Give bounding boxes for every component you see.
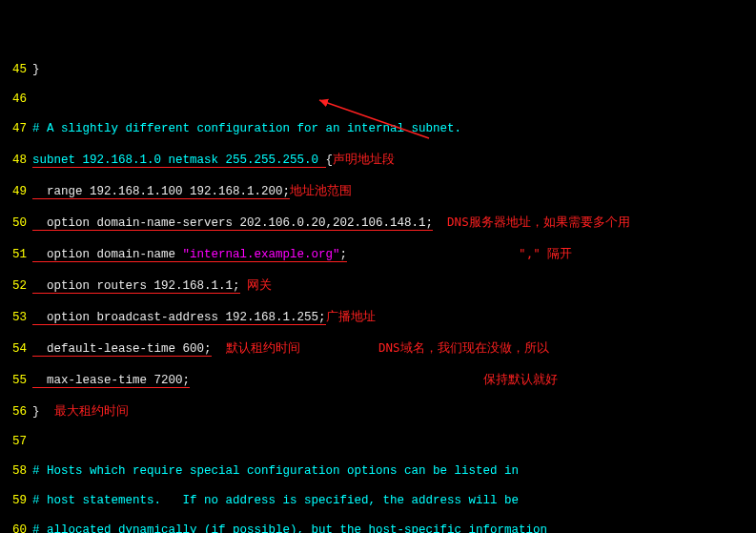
code-line: 48subnet 192.168.1.0 netmask 255.255.255… (6, 152, 750, 169)
code-line: 46 (6, 92, 750, 108)
code-line: 52 option routers 192.168.1.1; 网关 (6, 277, 750, 295)
line-number: 45 (6, 63, 27, 78)
annotation: 保持默认就好 (483, 372, 558, 386)
code-line: 60# allocated dynamically (if possible),… (6, 523, 750, 533)
code-line: 56} 最大租约时间 (6, 403, 750, 420)
line-number: 55 (6, 374, 27, 389)
annotation: "," 隔开 (519, 246, 572, 260)
code-line: 51 option domain-name "internal.example.… (6, 246, 750, 263)
annotation: DNS域名，我们现在没做，所以 (378, 340, 549, 355)
code-line: 59# host statements. If no address is sp… (6, 494, 750, 509)
line-number: 57 (6, 435, 27, 450)
code-line: 54 default-lease-time 600; 默认租约时间 DNS域名，… (6, 340, 750, 358)
line-number: 50 (6, 216, 27, 232)
code-line: 50 option domain-name-servers 202.106.0.… (6, 215, 750, 232)
code-line: 53 option broadcast-address 192.168.1.25… (6, 309, 750, 326)
comment: # allocated dynamically (if possible), b… (32, 523, 547, 533)
line-number: 49 (6, 185, 27, 200)
line-number: 58 (6, 464, 27, 480)
code-line: 55 max-lease-time 7200; 保持默认就好 (6, 372, 750, 389)
annotation: 广播地址 (326, 309, 376, 323)
line-number: 52 (6, 279, 27, 295)
annotation: 网关 (247, 277, 272, 292)
code-line: 57 (6, 435, 750, 450)
line-number: 53 (6, 311, 27, 326)
line-number: 47 (6, 122, 27, 137)
annotation: 地址池范围 (290, 183, 352, 197)
annotation: 默认租约时间 (226, 340, 300, 355)
comment: # A slightly different configuration for… (32, 122, 461, 135)
annotation: DNS服务器地址，如果需要多个用 (447, 215, 630, 229)
line-number: 46 (6, 92, 27, 108)
line-number: 60 (6, 523, 27, 533)
line-number: 59 (6, 494, 27, 509)
annotation: 声明地址段 (333, 152, 395, 166)
code-line: 58# Hosts which require special configur… (6, 464, 750, 480)
code-line: 49 range 192.168.1.100 192.168.1.200;地址池… (6, 183, 750, 200)
code-line: 47# A slightly different configuration f… (6, 122, 750, 137)
comment: # host statements. If no address is spec… (32, 494, 519, 507)
code-line: 45} (6, 63, 750, 78)
line-number: 51 (6, 248, 27, 263)
line-number: 54 (6, 342, 27, 358)
comment: # Hosts which require special configurat… (32, 464, 519, 478)
line-number: 48 (6, 154, 27, 169)
annotation: 最大租约时间 (54, 403, 129, 418)
line-number: 56 (6, 405, 27, 420)
